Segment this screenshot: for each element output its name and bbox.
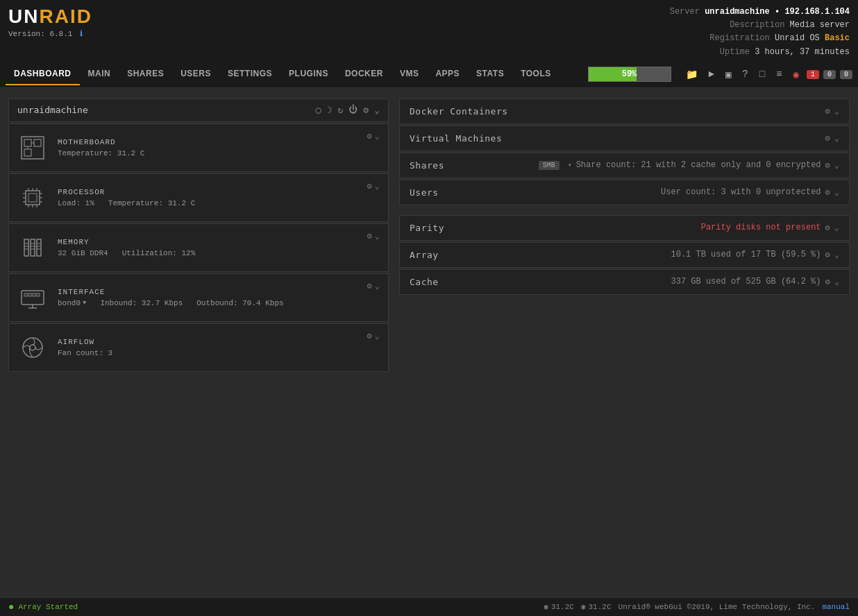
tab-shares[interactable]: SHARES	[119, 63, 172, 85]
registration-row: Registration Unraid OS Basic	[670, 32, 850, 45]
footer-right: ❄ 31.2C ❄ 31.2C Unraid® webGui ©2019, Li…	[544, 603, 850, 612]
nav-icon-vm[interactable]: □	[756, 67, 768, 81]
array-chevron[interactable]: ⌄	[834, 250, 839, 260]
component-interface: INTERFACE bond0 ▼ Inbound: 32.7 Kbps Out…	[8, 273, 389, 322]
section-parity-controls: Parity disks not present ⚙ ⌄	[701, 223, 839, 233]
badge-gray2: 0	[840, 70, 852, 79]
tab-users[interactable]: USERS	[172, 63, 219, 85]
cache-gear[interactable]: ⚙	[825, 277, 830, 287]
motherboard-icon	[17, 132, 48, 163]
docker-chevron[interactable]: ⌄	[834, 106, 839, 117]
tab-stats[interactable]: STATS	[468, 63, 512, 85]
component-motherboard: MOTHERBOARD Temperature: 31.2 C ⚙ ⌄	[8, 123, 389, 172]
uptime-row: Uptime 3 hours, 37 minutes	[670, 46, 850, 59]
interface-settings[interactable]: ⚙ ⌄	[367, 281, 380, 291]
svg-rect-21	[31, 239, 35, 256]
nav-icon-alert[interactable]: ◉	[790, 67, 802, 82]
svg-rect-2	[34, 139, 41, 146]
memory-usage-bar: 59%	[588, 67, 671, 82]
machine-icon-power[interactable]: ⏻	[348, 105, 358, 115]
interface-info: INTERFACE bond0 ▼ Inbound: 32.7 Kbps Out…	[58, 288, 380, 307]
airflow-details: Fan count: 3	[58, 349, 380, 357]
vms-chevron[interactable]: ⌄	[834, 133, 839, 144]
tab-docker[interactable]: DOCKER	[337, 63, 392, 85]
smb-badge: SMB	[539, 161, 560, 170]
airflow-settings[interactable]: ⚙ ⌄	[367, 331, 380, 341]
temp-item-2: ❄ 31.2C	[581, 603, 612, 612]
section-array-controls: 10.1 TB used of 17 TB (59.5 %) ⚙ ⌄	[671, 250, 839, 260]
section-vms: Virtual Machines ⚙ ⌄	[399, 126, 850, 151]
nav-icon-terminal[interactable]: ►	[705, 67, 718, 81]
machine-icon-circle[interactable]: ◯	[316, 105, 321, 116]
vms-gear[interactable]: ⚙	[825, 133, 830, 144]
docker-gear[interactable]: ⚙	[825, 106, 830, 117]
parity-gear[interactable]: ⚙	[825, 223, 830, 233]
shares-gear[interactable]: ⚙	[825, 160, 830, 171]
tab-settings[interactable]: SETTINGS	[219, 63, 280, 85]
memory-icon	[17, 232, 48, 263]
logo-area: UNRAID Version: 6.8.1 ℹ	[8, 6, 92, 38]
memory-info: MEMORY 32 GiB DDR4 Utilization: 12%	[58, 238, 380, 257]
info-icon[interactable]: ℹ	[80, 30, 83, 38]
motherboard-name: MOTHERBOARD	[58, 138, 380, 146]
nav-icon-help[interactable]: ?	[739, 67, 751, 81]
array-gear[interactable]: ⚙	[825, 250, 830, 260]
nav-icon-list[interactable]: ≡	[773, 67, 785, 81]
tab-main[interactable]: MAIN	[80, 63, 119, 85]
logo: UNRAID	[8, 6, 92, 28]
processor-info: PROCESSOR Load: 1% Temperature: 31.2 C	[58, 188, 380, 207]
svg-rect-7	[28, 194, 37, 202]
tab-dashboard[interactable]: DASHBOARD	[6, 63, 80, 85]
svg-point-40	[30, 345, 35, 350]
left-panel: unraidmachine ◯ ☽ ↻ ⏻ ⚙ ⌄	[8, 99, 389, 480]
memory-settings[interactable]: ⚙ ⌄	[367, 231, 380, 241]
machine-header: unraidmachine ◯ ☽ ↻ ⏻ ⚙ ⌄	[8, 99, 389, 122]
machine-icon-gear[interactable]: ⚙	[363, 105, 369, 116]
component-memory: MEMORY 32 GiB DDR4 Utilization: 12% ⚙ ⌄	[8, 223, 389, 272]
cache-chevron[interactable]: ⌄	[834, 277, 839, 287]
badge-red: 1	[807, 70, 819, 79]
shares-chevron[interactable]: ⌄	[834, 160, 839, 171]
svg-rect-3	[24, 149, 31, 156]
temp-icon-1: ❄	[544, 603, 548, 612]
machine-icon-moon[interactable]: ☽	[327, 105, 333, 116]
tab-tools[interactable]: TOOLS	[512, 63, 560, 85]
manual-link[interactable]: manual	[822, 603, 850, 611]
logo-un: UN	[8, 6, 39, 27]
memory-details: 32 GiB DDR4 Utilization: 12%	[58, 249, 380, 257]
section-parity: Parity Parity disks not present ⚙ ⌄	[399, 215, 850, 241]
processor-details: Load: 1% Temperature: 31.2 C	[58, 199, 380, 207]
airflow-name: AIRFLOW	[58, 338, 380, 346]
motherboard-settings[interactable]: ⚙ ⌄	[367, 131, 380, 142]
svg-rect-0	[22, 137, 44, 159]
machine-icon-refresh[interactable]: ↻	[338, 105, 344, 116]
motherboard-details: Temperature: 31.2 C	[58, 149, 380, 157]
server-row: Server unraidmachine • 192.168.1.104	[670, 6, 850, 19]
array-status-link[interactable]: Array Started	[18, 603, 78, 611]
users-chevron[interactable]: ⌄	[834, 187, 839, 198]
section-shares: Shares SMB ▾ Share count: 21 with 2 cach…	[399, 153, 850, 178]
section-docker: Docker Containers ⚙ ⌄	[399, 99, 850, 124]
memory-name: MEMORY	[58, 238, 380, 246]
array-status-dot: ●	[8, 601, 14, 613]
interface-name: INTERFACE	[58, 288, 380, 296]
copyright: Unraid® webGui ©2019, Lime Technology, I…	[619, 603, 816, 611]
interface-details: bond0 ▼ Inbound: 32.7 Kbps Outbound: 70.…	[58, 299, 380, 307]
header-top: UNRAID Version: 6.8.1 ℹ Server unraidmac…	[0, 0, 858, 62]
main-content: unraidmachine ◯ ☽ ↻ ⏻ ⚙ ⌄	[0, 88, 858, 490]
processor-settings[interactable]: ⚙ ⌄	[367, 181, 380, 191]
users-gear[interactable]: ⚙	[825, 187, 830, 198]
navbar: DASHBOARD MAIN SHARES USERS SETTINGS PLU…	[0, 62, 858, 88]
motherboard-info: MOTHERBOARD Temperature: 31.2 C	[58, 138, 380, 157]
svg-point-39	[23, 338, 42, 357]
svg-rect-20	[24, 239, 28, 256]
section-shares-right: SMB ▾ Share count: 21 with 2 cache only …	[539, 160, 839, 171]
tab-apps[interactable]: APPS	[427, 63, 468, 85]
machine-icon-chevron[interactable]: ⌄	[374, 105, 380, 116]
parity-chevron[interactable]: ⌄	[834, 223, 839, 233]
temp-value-1: 31.2C	[551, 603, 574, 611]
nav-icon-folder[interactable]: 📁	[682, 67, 701, 82]
tab-plugins[interactable]: PLUGINS	[280, 63, 337, 85]
tab-vms[interactable]: VMS	[392, 63, 428, 85]
nav-icon-monitor[interactable]: ▣	[722, 67, 734, 82]
